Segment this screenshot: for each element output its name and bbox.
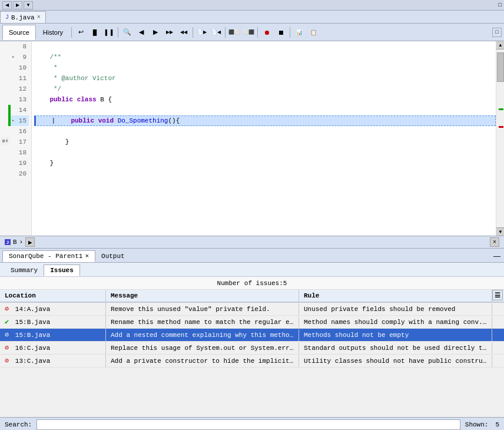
code-line-8 [34,41,496,52]
fold-marker-9[interactable]: ▸ [12,52,15,62]
sonarqube-tab-close[interactable]: × [85,253,89,260]
search-input[interactable] [37,419,460,430]
fold-gutter-indicator[interactable]: ⊕⬇ [1,137,10,145]
scroll-track [496,49,504,227]
code-line-20 [34,168,496,179]
toolbar-btn-2[interactable]: ▐▌ [88,26,101,39]
table-settings-button[interactable]: ☰ [492,290,503,300]
toolbar-btn-6[interactable]: 📄▶ [195,26,208,39]
breadcrumb-arrow: › [19,239,24,246]
search-bar: Search: Shown: 5 [0,417,504,430]
panel-subtab-bar: Summary Issues [0,263,504,277]
issue-location-1: ✔ 15:B.java [0,315,106,329]
nav-back-button[interactable]: ◀ [2,1,12,9]
toolbar-btn-prev[interactable]: ◀ [135,26,148,39]
code-line-17: } [34,137,496,147]
issue-row-4[interactable]: ⊘ 13:C.java Add a private constructor to… [0,355,504,368]
toolbar-btn-9[interactable]: ⬜⬛ [242,26,255,39]
nav-forward-button[interactable]: ▶ [13,1,22,9]
issue-location-text-4: 13:C.java [15,358,50,365]
issue-row-3[interactable]: ⊘ 16:C.java Replace this usage of System… [0,342,504,355]
breadcrumb-expand-button[interactable]: ▶ [25,237,35,247]
editor-scrollbar[interactable]: ▲ ▼ [496,41,504,236]
source-tab[interactable]: Source [2,25,36,40]
output-tab-label: Output [101,253,125,260]
summary-subtab[interactable]: Summary [5,264,44,276]
line-12: 12 [11,84,29,94]
issue-message-2: Add a nested comment explaining why this… [106,329,299,341]
toolbar-btn-8[interactable]: ⬛⬜ [228,26,241,39]
issue-location-text-1: 15:B.java [15,319,50,326]
toolbar-btn-5[interactable]: ◀◀ [177,26,190,39]
issue-row-2[interactable]: ⊘ 15:B.java Add a nested comment explain… [0,329,504,342]
toolbar-btn-next[interactable]: ▶ [149,26,162,39]
line-18: 18 [11,147,29,158]
scroll-green-marker [499,108,503,110]
nav-menu-button[interactable]: ▼ [24,1,33,9]
record-button[interactable]: ⏺ [260,26,273,39]
issue-rule-4: Utility classes should not have public c… [299,355,492,367]
scroll-down-button[interactable]: ▼ [496,227,504,236]
issue-location-2: ⊘ 15:B.java [0,328,106,342]
line-19: 19 [11,158,29,168]
toolbar-btn-7[interactable]: 📄◀ [210,26,223,39]
toolbar-btn-4[interactable]: ▶▶ [163,26,176,39]
col-message-header: Message [106,290,299,302]
file-tab-close[interactable]: × [37,14,41,21]
code-line-11: * @author Victor [34,73,496,84]
java-file-icon: J [5,14,9,21]
output-panel-tab[interactable]: Output [95,250,131,262]
maximize-editor-button[interactable]: □ [492,28,502,37]
code-line-13: public class B { [34,94,496,105]
panel-minimize-button[interactable]: — [492,252,502,261]
code-line-18 [34,147,496,158]
code-editor[interactable]: /** * * @author Victor */ public class B… [32,41,496,236]
toolbar-btn-1[interactable]: ↩ [74,26,87,39]
toolbar-btn-search[interactable]: 🔍 [121,26,134,39]
issue-location-3: ⊘ 16:C.java [0,341,106,355]
scroll-thumb[interactable] [497,52,504,82]
issues-count-label: Number of issues:5 [217,280,287,287]
line-14: 14 [11,105,29,115]
toolbar-separator-5 [257,27,258,38]
sonarqube-panel-tab[interactable]: SonarQube - Parent1 × [2,250,95,262]
file-tab-bar: J B.java × [0,11,504,24]
toolbar-btn-3[interactable]: ▌▐ [102,26,115,39]
issue-location-text-0: 14:A.java [15,306,50,313]
scroll-up-button[interactable]: ▲ [496,41,504,49]
issues-subtab[interactable]: Issues [44,264,80,276]
issue-message-4: Add a private constructor to hide the im… [106,355,299,367]
code-line-10: * [34,62,496,73]
chart-button[interactable]: 📊 [293,26,306,39]
line-10: 10 [11,62,29,73]
issue-row-1[interactable]: ✔ 15:B.java Rename this method name to m… [0,316,504,329]
toolbar-separator-1 [71,27,72,38]
issue-rule-1: Method names should comply with a naming… [299,316,492,328]
toolbar: Source History ↩ ▐▌ ▌▐ 🔍 ◀ ▶ ▶▶ ◀◀ 📄▶ 📄◀… [0,24,504,41]
toolbar-separator-2 [118,27,118,38]
breadcrumb-label: B [13,239,17,246]
col-rule-header: Rule [299,290,492,302]
breadcrumb-bar: J B › ▶ × [0,236,504,249]
history-tab[interactable]: History [37,25,69,40]
nav-buttons[interactable]: ◀ ▶ ▼ [2,1,33,9]
line-8: 8 [11,41,29,52]
line-9: ▸ 9 [11,52,29,62]
issues-count-bar: Number of issues:5 [0,277,504,290]
col-action-header: ☰ [492,290,504,302]
code-line-19: } [34,158,496,168]
stop-button[interactable]: ⏹ [274,26,287,39]
panel-close-btn[interactable]: × [490,237,499,247]
list-button[interactable]: 📋 [307,26,320,39]
line-15: ▸ 15 [11,115,29,126]
code-line-9: /** [34,52,496,62]
code-line-12: */ [34,84,496,94]
file-tab-bjava[interactable]: J B.java × [0,11,46,23]
restore-button[interactable]: □ [498,2,502,8]
line-numbers: 8 ▸ 9 10 11 12 13 14 ▸ 15 16 17 18 19 20 [11,41,32,236]
line-13: 13 [11,94,29,105]
code-line-15: | public void Do_Spomething(){ [34,115,496,126]
fold-marker-15[interactable]: ▸ [12,115,15,126]
issue-row-0[interactable]: ⊘ 14:A.java Remove this unused "value" p… [0,303,504,316]
issue-rule-2: Methods should not be empty [299,329,492,341]
